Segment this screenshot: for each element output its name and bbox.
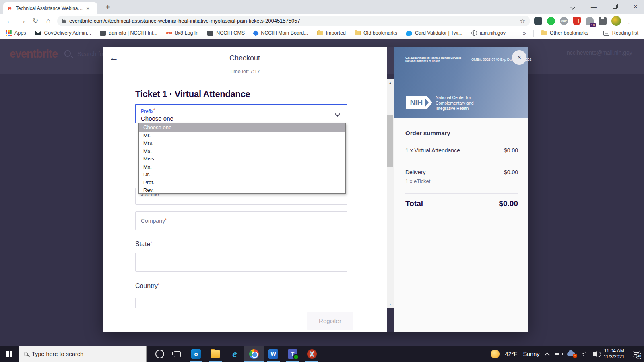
extension-dots-icon[interactable]: ••• xyxy=(534,17,542,25)
nih-logo-chevron xyxy=(427,96,432,109)
dropdown-option[interactable]: Mrs. xyxy=(139,139,345,147)
word-icon: W xyxy=(268,349,278,359)
extension-green-icon[interactable] xyxy=(547,17,555,25)
browser-tab[interactable]: e Technical Assistance Webinar - H × xyxy=(3,2,97,14)
bookmark-apps[interactable]: Apps xyxy=(6,30,26,36)
home-icon[interactable]: ⌂ xyxy=(42,17,55,25)
word-app[interactable]: W xyxy=(264,346,283,362)
nccih-icon xyxy=(100,31,106,36)
envelope-icon xyxy=(35,31,41,35)
bookmark-iam-nih[interactable]: iam.nih.gov xyxy=(471,30,506,36)
divider xyxy=(405,193,518,194)
bookmark-imported[interactable]: Imported xyxy=(317,30,346,36)
other-bookmarks[interactable]: Other bookmarks xyxy=(541,30,588,36)
wifi-icon[interactable] xyxy=(581,352,587,356)
outlook-app[interactable]: o xyxy=(186,346,206,362)
weather-desc[interactable]: Sunny xyxy=(523,351,539,357)
lock-icon[interactable] xyxy=(62,20,66,23)
bookmark-nccih-cms[interactable]: NCCIH CMS xyxy=(207,30,245,36)
task-view-icon[interactable] xyxy=(174,351,181,357)
scroll-down-icon[interactable]: ▼ xyxy=(387,301,394,308)
dropdown-option[interactable]: Ms. xyxy=(139,147,345,155)
order-summary-title: Order summary xyxy=(405,130,450,136)
nih-logo: NIH xyxy=(406,96,427,109)
bookmark-8x8[interactable]: 8x88x8 Log In xyxy=(166,30,198,36)
reload-icon[interactable]: ↻ xyxy=(29,16,42,25)
modal-header: ← Checkout Time left 7:17 xyxy=(103,47,387,79)
state-field[interactable] xyxy=(135,253,347,272)
weather-sun-icon[interactable] xyxy=(491,350,500,358)
bookmark-nccih-main-board[interactable]: NCCIH Main Board... xyxy=(254,30,308,36)
back-icon[interactable]: ← xyxy=(3,17,16,25)
adblock-plus-icon[interactable]: ABP xyxy=(560,17,568,25)
window-close-button[interactable]: × xyxy=(630,3,641,11)
chrome-app[interactable] xyxy=(244,346,264,362)
8x8-icon: 8x8 xyxy=(166,31,172,35)
reading-list[interactable]: Reading list xyxy=(603,30,638,36)
register-button[interactable]: Register xyxy=(307,312,353,330)
chrome-menu-icon[interactable]: ⋮ xyxy=(626,17,632,25)
extensions-puzzle-icon[interactable] xyxy=(599,17,607,25)
ghostery-badge: 18 xyxy=(590,23,596,27)
window-controls: — × xyxy=(568,0,641,14)
delivery-sub: 1 x eTicket xyxy=(405,178,430,184)
minimize-button[interactable]: — xyxy=(588,4,599,10)
tray-overflow-icon[interactable] xyxy=(545,352,550,358)
total-value: $0.00 xyxy=(499,199,518,208)
battery-icon[interactable] xyxy=(555,352,561,356)
tab-close-icon[interactable]: × xyxy=(86,5,90,12)
clock[interactable]: 11:04 AM 11/3/2021 xyxy=(604,348,625,360)
system-tray: 42°F Sunny × 11:04 AM 11/3/2021 40 xyxy=(491,348,644,360)
dropdown-option[interactable]: Mx. xyxy=(139,163,345,171)
dropdown-option[interactable]: Rev. xyxy=(139,186,345,194)
bookmark-card-validator[interactable]: Card Validator | Twi... xyxy=(406,30,462,36)
onedrive-error-badge: × xyxy=(573,354,577,358)
snipping-tool-icon xyxy=(307,349,317,359)
ticket-heading: Ticket 1 · Virtual Attendance xyxy=(135,89,250,99)
teams-app[interactable]: T xyxy=(283,346,302,362)
file-explorer-app[interactable] xyxy=(206,346,225,362)
outlook-icon: o xyxy=(191,349,201,359)
dropdown-option[interactable]: Miss xyxy=(139,155,345,163)
dropdown-option[interactable]: Choose one xyxy=(139,123,345,132)
bookmark-dan-cilo[interactable]: dan cilo | NCCIH Int... xyxy=(100,30,157,36)
weather-temp[interactable]: 42°F xyxy=(505,351,518,357)
dropdown-option[interactable]: Mr. xyxy=(139,132,345,140)
modal-close-button[interactable]: × xyxy=(512,50,526,65)
reading-list-icon xyxy=(603,31,609,36)
modal-scrollbar[interactable]: ▲ ▼ xyxy=(387,79,394,308)
scroll-up-icon[interactable]: ▲ xyxy=(387,79,394,86)
start-button[interactable] xyxy=(0,346,19,362)
ghostery-icon[interactable]: 18 xyxy=(586,17,594,25)
cortana-icon[interactable] xyxy=(155,350,164,358)
onedrive-icon[interactable]: × xyxy=(567,352,575,356)
prefix-select[interactable]: Prefix* Choose one xyxy=(135,104,347,123)
tab-search-icon[interactable] xyxy=(568,4,578,10)
eventbrite-favicon-icon: e xyxy=(6,5,13,12)
delivery-label: Delivery xyxy=(405,169,426,175)
bookmark-old-bookmarks[interactable]: Old bookmarks xyxy=(355,30,397,36)
forward-icon[interactable]: → xyxy=(16,17,29,25)
taskbar-search[interactable]: Type here to search xyxy=(19,346,147,362)
shield-extension-icon[interactable] xyxy=(573,17,581,25)
total-label: Total xyxy=(405,199,423,208)
order-summary-panel: U.S. Department of Health & Human Servic… xyxy=(394,47,528,332)
modal-title: Checkout xyxy=(103,54,387,62)
internet-explorer-app[interactable]: e xyxy=(225,346,244,362)
profile-avatar[interactable] xyxy=(611,16,621,26)
action-center-icon[interactable]: 40 xyxy=(633,351,640,357)
restore-button[interactable] xyxy=(609,4,620,10)
new-tab-button[interactable]: + xyxy=(102,2,114,13)
nccih-icon xyxy=(207,31,213,36)
url-bar[interactable]: eventbrite.com/e/technical-assistance-we… xyxy=(57,16,530,26)
dropdown-option[interactable]: Prof. xyxy=(139,179,345,187)
bookmarks-overflow-icon[interactable]: » xyxy=(523,30,526,36)
dropdown-option[interactable]: Dr. xyxy=(139,171,345,179)
bookmark-star-icon[interactable]: ☆ xyxy=(520,17,525,25)
snipping-tool-app[interactable] xyxy=(302,346,322,362)
volume-icon[interactable] xyxy=(593,352,596,356)
url-text[interactable]: eventbrite.com/e/technical-assistance-we… xyxy=(69,18,516,24)
scrollbar-thumb[interactable] xyxy=(387,115,393,167)
company-field[interactable]: Company* xyxy=(135,211,347,230)
bookmark-govdelivery[interactable]: GovDelivery Admin... xyxy=(35,30,91,36)
